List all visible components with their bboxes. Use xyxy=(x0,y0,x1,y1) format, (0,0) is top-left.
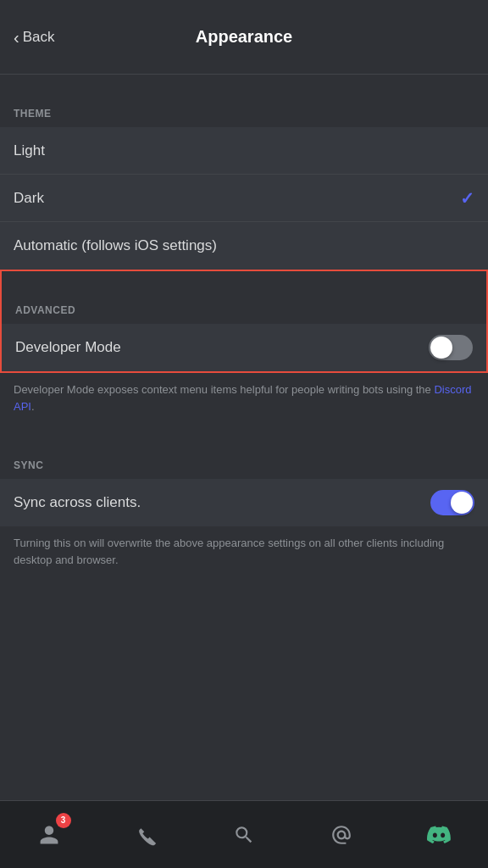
sync-description: Turning this on will overwrite the above… xyxy=(0,526,488,580)
tab-mentions[interactable] xyxy=(316,810,367,860)
advanced-section-header: ADVANCED xyxy=(2,295,486,324)
discord-icon xyxy=(427,823,451,847)
header: ‹ Back Appearance xyxy=(0,0,488,75)
sync-list: Sync across clients. xyxy=(0,479,488,526)
sync-clients-toggle[interactable] xyxy=(430,490,474,515)
sync-section-label: SYNC xyxy=(14,459,43,471)
theme-automatic-label: Automatic (follows iOS settings) xyxy=(14,237,217,254)
search-icon xyxy=(232,823,256,847)
sync-spacer xyxy=(0,426,488,450)
theme-dark-label: Dark xyxy=(14,190,44,207)
theme-option-dark[interactable]: Dark ✓ xyxy=(0,175,488,222)
sync-description-text: Turning this on will overwrite the above… xyxy=(14,537,444,566)
theme-list: Light Dark ✓ Automatic (follows iOS sett… xyxy=(0,127,488,270)
theme-spacer xyxy=(0,75,488,98)
at-icon xyxy=(330,823,353,847)
page-title: Appearance xyxy=(196,27,293,47)
sync-clients-label: Sync across clients. xyxy=(14,494,141,511)
tab-search[interactable] xyxy=(219,810,269,860)
developer-mode-description-prefix: Developer Mode exposes context menu item… xyxy=(14,383,434,396)
developer-mode-description-suffix: . xyxy=(31,400,35,413)
content-area: THEME Light Dark ✓ Automatic (follows iO… xyxy=(0,75,488,800)
sync-clients-toggle-thumb xyxy=(451,492,473,514)
developer-mode-toggle-thumb xyxy=(430,337,452,359)
advanced-spacer xyxy=(2,271,486,295)
advanced-section-wrapper: ADVANCED Developer Mode xyxy=(0,270,488,373)
theme-option-light[interactable]: Light xyxy=(0,127,488,175)
back-chevron-icon: ‹ xyxy=(14,29,19,46)
developer-mode-toggle[interactable] xyxy=(429,335,473,360)
friends-icon xyxy=(37,823,61,847)
sync-clients-row: Sync across clients. xyxy=(0,479,488,526)
tab-calls[interactable] xyxy=(121,810,172,860)
tab-profile[interactable] xyxy=(413,810,464,860)
phone-icon xyxy=(135,823,158,847)
theme-dark-checkmark: ✓ xyxy=(460,188,474,209)
theme-section-label: THEME xyxy=(14,108,52,120)
theme-section-header: THEME xyxy=(0,98,488,127)
friends-badge: 3 xyxy=(56,813,71,828)
sync-section-header: SYNC xyxy=(0,450,488,479)
developer-mode-row: Developer Mode xyxy=(2,324,486,371)
back-label: Back xyxy=(23,29,55,46)
back-button[interactable]: ‹ Back xyxy=(14,29,54,46)
tab-friends[interactable]: 3 xyxy=(24,810,75,860)
advanced-section-label: ADVANCED xyxy=(15,304,75,316)
developer-mode-description: Developer Mode exposes context menu item… xyxy=(0,373,488,426)
tab-bar: 3 xyxy=(0,800,488,868)
developer-mode-label: Developer Mode xyxy=(15,339,121,356)
theme-option-automatic[interactable]: Automatic (follows iOS settings) xyxy=(0,222,488,270)
theme-light-label: Light xyxy=(14,142,45,159)
